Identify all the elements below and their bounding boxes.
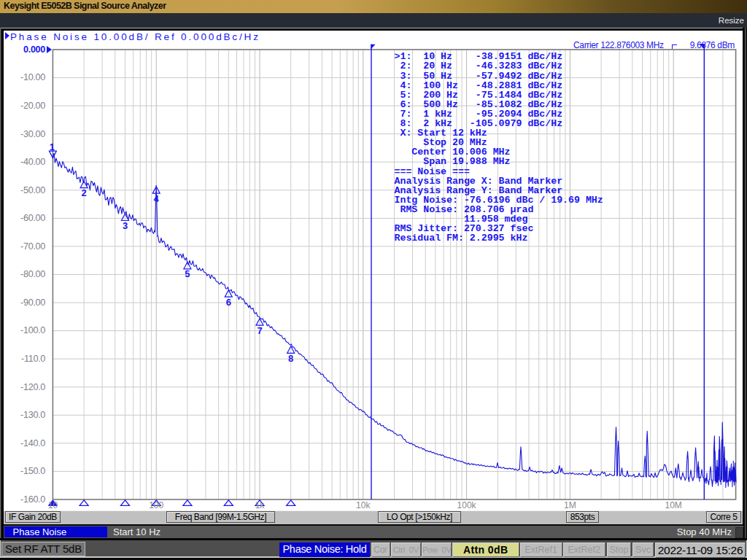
svg-text:100: 100 [149, 500, 163, 510]
svg-text:10: 10 [48, 500, 58, 510]
svg-text:1: 1 [50, 141, 55, 152]
svg-text:100k: 100k [457, 500, 477, 510]
svg-text:1M: 1M [564, 500, 576, 510]
svg-text:5: 5 [185, 268, 190, 279]
svg-text:1k: 1k [255, 500, 266, 510]
svg-text:8: 8 [288, 353, 293, 364]
svg-text:2: 2 [81, 187, 86, 198]
svg-text:10k: 10k [356, 500, 371, 510]
svg-text:4: 4 [154, 193, 160, 204]
svg-text:6: 6 [226, 297, 231, 308]
svg-text:10M: 10M [665, 500, 682, 510]
svg-text:3: 3 [123, 220, 128, 231]
svg-text:7: 7 [257, 325, 262, 336]
